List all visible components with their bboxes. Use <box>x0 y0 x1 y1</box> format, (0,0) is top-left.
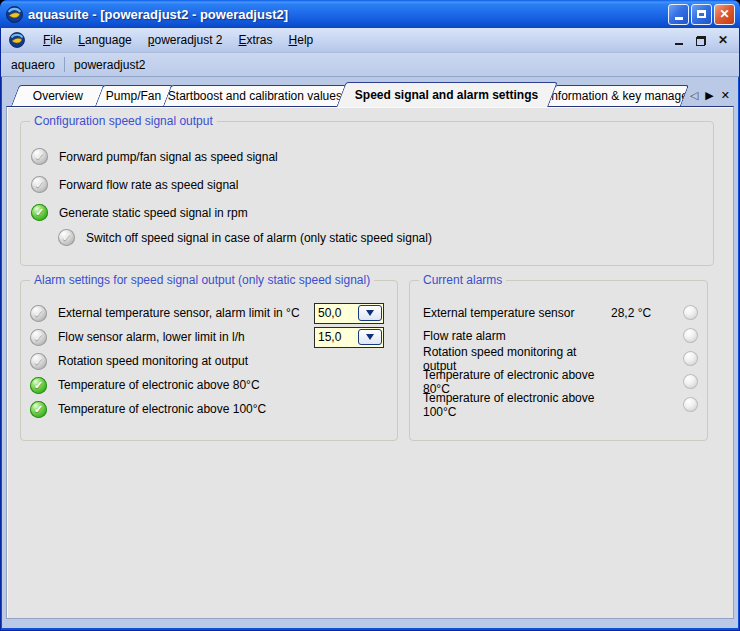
menu-help-label: elp <box>297 33 313 47</box>
tab-strip: Overview Pump/Fan Startboost and calibra… <box>6 80 734 106</box>
title-bar: aquasuite - [poweradjust2 - poweradjust2… <box>0 0 740 28</box>
option-forward-pump-fan-label: Forward pump/fan signal as speed signal <box>59 150 278 164</box>
tab-startboost[interactable]: Startboost and calibration values <box>163 85 347 106</box>
alarm-option-ext-temp-label: External temperature sensor, alarm limit… <box>58 306 314 320</box>
checkbox-temp80[interactable] <box>30 377 47 394</box>
led-temp80 <box>683 374 698 389</box>
menu-bar: File Language poweradjust 2 Extras Help … <box>1 28 739 52</box>
menu-help[interactable]: Help <box>281 30 322 50</box>
minimize-icon <box>675 17 683 20</box>
mdi-restore-icon <box>696 36 706 46</box>
tab-speed-signal[interactable]: Speed signal and alarm settings <box>336 82 558 107</box>
ext-temp-limit-combobox[interactable]: 50,0 <box>314 303 384 324</box>
tab-overview-label: Overview <box>29 89 87 103</box>
tab-list-close-icon[interactable]: ✕ <box>721 90 730 101</box>
mdi-close-icon: ✕ <box>718 34 728 46</box>
led-temp100 <box>683 397 698 412</box>
menu-help-hotkey: H <box>289 33 298 47</box>
option-switch-off-on-alarm: Switch off speed signal in case of alarm… <box>58 229 703 246</box>
current-alarm-ext-temp-value: 28,2 °C <box>611 306 669 320</box>
tab-speed-signal-label: Speed signal and alarm settings <box>351 88 542 102</box>
current-alarm-flow-rate-label: Flow rate alarm <box>423 329 611 343</box>
maximize-icon <box>697 10 706 18</box>
tab-pump-fan[interactable]: Pump/Fan <box>95 85 173 106</box>
tab-page-speed-signal: Configuration speed signal output Forwar… <box>6 106 734 619</box>
menu-file-label: ile <box>50 33 62 47</box>
led-ext-temp <box>683 305 698 320</box>
flow-limit-combobox[interactable]: 15,0 <box>314 327 384 348</box>
option-generate-static-signal: Generate static speed signal in rpm <box>31 204 703 221</box>
group-configuration-title: Configuration speed signal output <box>30 114 217 128</box>
checkbox-temp100[interactable] <box>30 401 47 418</box>
alarm-option-temp80: Temperature of electronic above 80°C <box>30 373 384 397</box>
flow-limit-value: 15,0 <box>318 330 341 344</box>
menu-extras-hotkey: E <box>239 33 247 47</box>
checkbox-forward-flow-rate[interactable] <box>31 176 48 193</box>
checkbox-switch-off-on-alarm[interactable] <box>58 229 75 246</box>
tab-information[interactable]: Information & key manage <box>547 85 689 106</box>
option-generate-static-signal-label: Generate static speed signal in rpm <box>59 206 248 220</box>
checkbox-ext-temp-alarm[interactable] <box>30 305 47 322</box>
led-rotation <box>683 351 698 366</box>
current-alarm-ext-temp-label: External temperature sensor <box>423 306 611 320</box>
menu-language[interactable]: Language <box>70 30 139 50</box>
current-alarm-temp100: Temperature of electronic above 100°C <box>423 393 698 416</box>
current-alarm-ext-temp: External temperature sensor 28,2 °C <box>423 301 698 324</box>
breadcrumb-aquaero[interactable]: aquaero <box>11 58 55 72</box>
led-flow-rate <box>683 328 698 343</box>
alarm-option-temp100-label: Temperature of electronic above 100°C <box>58 402 384 416</box>
tab-overview[interactable]: Overview <box>11 85 105 106</box>
group-current-alarms-title: Current alarms <box>419 273 506 287</box>
breadcrumb: aquaero poweradjust2 <box>1 52 739 77</box>
tab-information-label: Information & key manage <box>547 89 689 103</box>
alarm-option-temp80-label: Temperature of electronic above 80°C <box>58 378 384 392</box>
mdi-restore-button[interactable] <box>695 34 707 46</box>
mdi-close-button[interactable]: ✕ <box>717 34 729 46</box>
checkbox-forward-pump-fan[interactable] <box>31 148 48 165</box>
close-icon: ✕ <box>719 8 729 20</box>
chevron-down-icon <box>366 310 374 316</box>
alarm-option-rotation-monitor: Rotation speed monitoring at output <box>30 349 384 373</box>
ext-temp-limit-value: 50,0 <box>318 306 341 320</box>
tab-pump-fan-label: Pump/Fan <box>102 89 165 103</box>
option-forward-flow-rate-label: Forward flow rate as speed signal <box>59 178 238 192</box>
window-title: aquasuite - [poweradjust2 - poweradjust2… <box>28 7 668 22</box>
tab-startboost-label: Startboost and calibration values <box>164 89 346 103</box>
checkbox-rotation-monitor[interactable] <box>30 353 47 370</box>
alarm-option-rotation-monitor-label: Rotation speed monitoring at output <box>58 354 384 368</box>
tab-nav: ◁ ▶ ✕ <box>688 90 734 106</box>
menu-file[interactable]: File <box>35 30 70 50</box>
menu-poweradjust2[interactable]: poweradjust 2 <box>140 30 231 50</box>
menu-language-label: anguage <box>85 33 132 47</box>
maximize-button[interactable] <box>691 4 712 25</box>
mdi-minimize-icon <box>675 43 683 45</box>
checkbox-generate-static-signal[interactable] <box>31 204 48 221</box>
chevron-down-icon <box>366 334 374 340</box>
option-forward-pump-fan: Forward pump/fan signal as speed signal <box>31 148 703 165</box>
current-alarm-temp100-label: Temperature of electronic above 100°C <box>423 391 611 419</box>
group-configuration-speed-signal: Configuration speed signal output Forwar… <box>20 121 714 266</box>
mdi-minimize-button[interactable] <box>673 34 685 46</box>
option-forward-flow-rate: Forward flow rate as speed signal <box>31 176 703 193</box>
breadcrumb-separator <box>64 57 65 72</box>
group-alarm-settings-title: Alarm settings for speed signal output (… <box>30 273 374 287</box>
breadcrumb-poweradjust2[interactable]: poweradjust2 <box>74 58 145 72</box>
alarm-option-flow-sensor: Flow sensor alarm, lower limit in l/h 15… <box>30 325 384 349</box>
checkbox-flow-sensor-alarm[interactable] <box>30 329 47 346</box>
close-button[interactable]: ✕ <box>714 4 735 25</box>
ext-temp-limit-dropdown-button[interactable] <box>358 305 382 321</box>
group-alarm-settings: Alarm settings for speed signal output (… <box>20 280 398 441</box>
tab-scroll-left-icon[interactable]: ◁ <box>690 90 698 101</box>
option-switch-off-on-alarm-label: Switch off speed signal in case of alarm… <box>86 231 432 245</box>
app-window: aquasuite - [poweradjust2 - poweradjust2… <box>0 0 740 631</box>
menu-extras-label: xtras <box>247 33 273 47</box>
minimize-button[interactable] <box>668 4 689 25</box>
flow-limit-dropdown-button[interactable] <box>358 329 382 345</box>
tab-scroll-right-icon[interactable]: ▶ <box>705 90 713 101</box>
app-logo-icon <box>6 6 23 23</box>
alarm-option-flow-sensor-label: Flow sensor alarm, lower limit in l/h <box>58 330 314 344</box>
alarm-option-ext-temp: External temperature sensor, alarm limit… <box>30 301 384 325</box>
alarm-option-temp100: Temperature of electronic above 100°C <box>30 397 384 421</box>
menu-poweradjust2-label: oweradjust 2 <box>154 33 222 47</box>
menu-extras[interactable]: Extras <box>231 30 281 50</box>
